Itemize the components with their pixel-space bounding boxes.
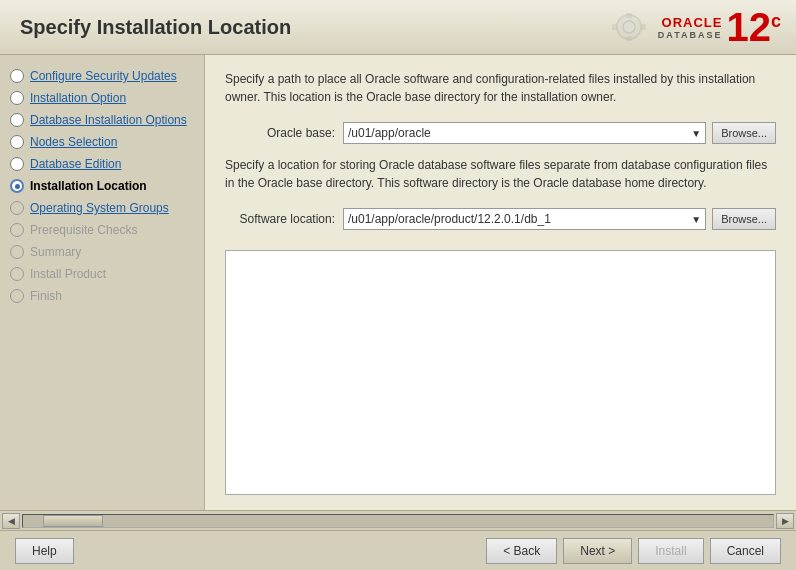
svg-rect-4 bbox=[612, 24, 617, 30]
svg-rect-3 bbox=[626, 36, 632, 41]
step-dot-nodes-selection bbox=[10, 135, 24, 149]
sidebar-label-prerequisite-checks: Prerequisite Checks bbox=[30, 223, 137, 237]
software-location-browse-button[interactable]: Browse... bbox=[712, 208, 776, 230]
sidebar-item-installation-location[interactable]: Installation Location bbox=[0, 175, 204, 197]
next-button[interactable]: Next > bbox=[563, 538, 632, 564]
sidebar-label-database-installation-options: Database Installation Options bbox=[30, 113, 187, 127]
svg-point-1 bbox=[623, 21, 635, 33]
sidebar-item-configure-security[interactable]: Configure Security Updates bbox=[0, 65, 204, 87]
back-button[interactable]: < Back bbox=[486, 538, 557, 564]
sidebar-label-operating-system-groups: Operating System Groups bbox=[30, 201, 169, 215]
sidebar-item-database-installation-options[interactable]: Database Installation Options bbox=[0, 109, 204, 131]
sidebar-item-finish: Finish bbox=[0, 285, 204, 307]
horizontal-scrollbar: ◀ ▶ bbox=[0, 510, 796, 530]
footer-left: Help bbox=[15, 538, 74, 564]
step-dot-database-edition bbox=[10, 157, 24, 171]
log-area bbox=[225, 250, 776, 495]
footer-right: < Back Next > Install Cancel bbox=[486, 538, 781, 564]
sidebar-item-install-product: Install Product bbox=[0, 263, 204, 285]
sidebar-label-nodes-selection: Nodes Selection bbox=[30, 135, 117, 149]
oracle-database-label: DATABASE bbox=[658, 30, 723, 40]
scroll-left-arrow[interactable]: ◀ bbox=[2, 513, 20, 529]
sidebar-item-prerequisite-checks: Prerequisite Checks bbox=[0, 219, 204, 241]
sidebar-label-configure-security: Configure Security Updates bbox=[30, 69, 177, 83]
oracle-base-dropdown-arrow: ▼ bbox=[691, 128, 701, 139]
help-button[interactable]: Help bbox=[15, 538, 74, 564]
svg-rect-2 bbox=[626, 13, 632, 18]
oracle-brand: ORACLE bbox=[662, 15, 723, 30]
software-location-row: Software location: /u01/app/oracle/produ… bbox=[225, 208, 776, 230]
gear-icon bbox=[604, 5, 654, 50]
footer: Help < Back Next > Install Cancel bbox=[0, 530, 796, 570]
software-location-select[interactable]: /u01/app/oracle/product/12.2.0.1/db_1 ▼ bbox=[343, 208, 706, 230]
sidebar-label-install-product: Install Product bbox=[30, 267, 106, 281]
oracle-logo-text: ORACLE DATABASE bbox=[658, 15, 723, 40]
step-dot-summary bbox=[10, 245, 24, 259]
scroll-thumb bbox=[43, 515, 103, 527]
software-location-dropdown-arrow: ▼ bbox=[691, 214, 701, 225]
oracle-base-browse-button[interactable]: Browse... bbox=[712, 122, 776, 144]
oracle-version: 12c bbox=[726, 7, 781, 47]
step-dot-finish bbox=[10, 289, 24, 303]
oracle-base-input-group: /u01/app/oracle ▼ Browse... bbox=[343, 122, 776, 144]
software-location-description: Specify a location for storing Oracle da… bbox=[225, 156, 776, 192]
oracle-base-label: Oracle base: bbox=[225, 126, 335, 140]
oracle-base-select[interactable]: /u01/app/oracle ▼ bbox=[343, 122, 706, 144]
sidebar-item-nodes-selection[interactable]: Nodes Selection bbox=[0, 131, 204, 153]
oracle-base-description: Specify a path to place all Oracle softw… bbox=[225, 70, 776, 106]
scroll-track[interactable] bbox=[22, 514, 774, 528]
cancel-button[interactable]: Cancel bbox=[710, 538, 781, 564]
sidebar-label-installation-option: Installation Option bbox=[30, 91, 126, 105]
sidebar-label-installation-location: Installation Location bbox=[30, 179, 147, 193]
install-button: Install bbox=[638, 538, 703, 564]
sidebar: Configure Security Updates Installation … bbox=[0, 55, 205, 510]
sidebar-item-summary: Summary bbox=[0, 241, 204, 263]
sidebar-label-finish: Finish bbox=[30, 289, 62, 303]
scroll-right-arrow[interactable]: ▶ bbox=[776, 513, 794, 529]
content-area: Specify a path to place all Oracle softw… bbox=[205, 55, 796, 510]
step-dot-install-product bbox=[10, 267, 24, 281]
sidebar-label-database-edition: Database Edition bbox=[30, 157, 121, 171]
oracle-base-row: Oracle base: /u01/app/oracle ▼ Browse... bbox=[225, 122, 776, 144]
step-dot-installation-option bbox=[10, 91, 24, 105]
main-container: Configure Security Updates Installation … bbox=[0, 55, 796, 510]
software-location-input-group: /u01/app/oracle/product/12.2.0.1/db_1 ▼ … bbox=[343, 208, 776, 230]
step-dot-installation-location bbox=[10, 179, 24, 193]
software-location-label: Software location: bbox=[225, 212, 335, 226]
sidebar-item-installation-option[interactable]: Installation Option bbox=[0, 87, 204, 109]
step-dot-prerequisite bbox=[10, 223, 24, 237]
page-title: Specify Installation Location bbox=[20, 16, 291, 39]
sidebar-item-database-edition[interactable]: Database Edition bbox=[0, 153, 204, 175]
step-dot-os-groups bbox=[10, 201, 24, 215]
header: Specify Installation Location ORACLE DAT… bbox=[0, 0, 796, 55]
oracle-logo: ORACLE DATABASE 12c bbox=[604, 5, 781, 50]
step-dot-database-installation bbox=[10, 113, 24, 127]
svg-rect-5 bbox=[641, 24, 646, 30]
sidebar-label-summary: Summary bbox=[30, 245, 81, 259]
step-dot-configure-security bbox=[10, 69, 24, 83]
sidebar-item-operating-system-groups[interactable]: Operating System Groups bbox=[0, 197, 204, 219]
